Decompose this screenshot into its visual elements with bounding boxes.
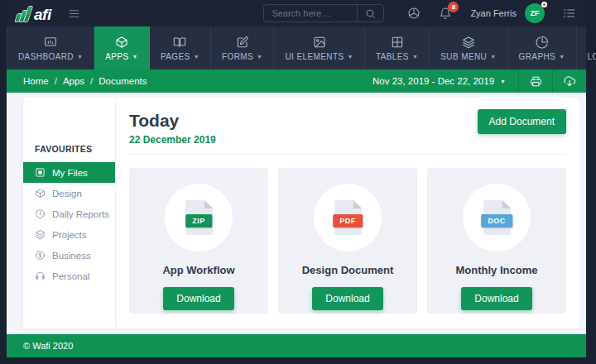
files-icon (35, 167, 46, 178)
clock-icon (35, 208, 46, 219)
document-title: Design Document (302, 264, 394, 276)
content-area: FAVOURITES My Files Design Daily Reports… (7, 93, 586, 334)
add-document-button[interactable]: Add Document (478, 109, 566, 134)
tab-sub-menu[interactable]: SUB MENU▼ (430, 26, 507, 69)
package-icon (35, 188, 46, 199)
sidebar-item-personal[interactable]: Personal (23, 266, 115, 286)
document-card-doc: DOC Monthly Income Download (427, 168, 566, 314)
sidebar-item-business[interactable]: Business (23, 245, 115, 266)
top-header-bar: afi 8 Zyan Ferris ZF (7, 0, 586, 26)
search-input[interactable] (264, 8, 357, 18)
image-icon (313, 36, 326, 49)
logo-bars-icon (17, 6, 30, 22)
chevron-down-icon: ▼ (194, 54, 199, 60)
document-title: App Workflow (162, 264, 234, 276)
file-icon-circle: DOC (463, 184, 531, 251)
layers-icon (462, 36, 475, 49)
chevron-down-icon: ▼ (490, 54, 496, 60)
sidebar-item-my-files[interactable]: My Files (23, 162, 115, 183)
documents-panel: FAVOURITES My Files Design Daily Reports… (23, 98, 579, 328)
tab-login[interactable]: LOGIN▼ (577, 26, 596, 69)
wafi-logo[interactable]: afi (17, 6, 51, 22)
layers-icon (35, 229, 46, 240)
sidebar-item-design[interactable]: Design (23, 183, 115, 204)
tab-graphs[interactable]: GRAPHS▼ (508, 26, 577, 69)
chevron-down-icon: ▼ (412, 54, 418, 60)
pdf-file-icon: PDF (334, 200, 362, 235)
sidebar-item-daily-reports[interactable]: Daily Reports (23, 204, 115, 224)
status-dot (541, 2, 547, 7)
table-icon (391, 36, 404, 49)
file-type-badge: DOC (481, 214, 512, 228)
download-button[interactable]: Download (312, 287, 382, 310)
file-type-badge: ZIP (185, 214, 212, 228)
headset-icon (35, 271, 46, 281)
chevron-down-icon: ▼ (132, 54, 138, 60)
document-cards: ZIP App Workflow Download PDF Design Doc… (129, 168, 566, 314)
download-button[interactable]: Download (163, 287, 233, 310)
menu-list-icon[interactable] (563, 7, 576, 20)
date-range-label: Nov 23, 2019 - Dec 22, 2019 (372, 76, 494, 86)
user-name: Zyan Ferris (470, 8, 517, 18)
tab-apps[interactable]: APPS▼ (94, 26, 150, 69)
notification-badge: 8 (448, 2, 459, 12)
doc-file-icon: DOC (483, 200, 511, 235)
breadcrumb-apps[interactable]: Apps (63, 76, 84, 86)
section-divider (129, 154, 566, 155)
breadcrumb: Home / Apps / Documents (23, 76, 147, 86)
favourites-heading: FAVOURITES (23, 144, 115, 162)
tab-ui-elements[interactable]: UI ELEMENTS▼ (274, 26, 364, 69)
cloud-download-icon (563, 74, 576, 88)
document-card-zip: ZIP App Workflow Download (129, 168, 268, 314)
date-range-picker[interactable]: Nov 23, 2019 - Dec 22, 2019 ▼ (360, 76, 518, 86)
dashboard-icon (44, 36, 57, 49)
dollar-circle-icon (35, 250, 46, 261)
main-nav-bar: DASHBOARD▼ APPS▼ PAGES▼ FORMS▼ UI ELEMEN… (7, 26, 586, 69)
file-type-badge: PDF (333, 214, 363, 228)
file-icon-circle: ZIP (165, 184, 233, 251)
printer-icon (530, 75, 542, 88)
chevron-down-icon: ▼ (559, 54, 565, 60)
forms-icon (236, 36, 249, 49)
hamburger-menu-icon[interactable] (68, 7, 80, 20)
avatar-initials: ZF (531, 9, 540, 17)
breadcrumb-separator: / (90, 76, 93, 86)
download-report-button[interactable] (553, 69, 586, 93)
breadcrumb-documents: Documents (99, 76, 147, 86)
notifications-bell-icon[interactable]: 8 (439, 7, 452, 20)
footer-bar: © Wafi 2020 (7, 334, 586, 357)
breadcrumb-separator: / (55, 76, 57, 86)
apps-icon (115, 36, 128, 49)
globe-icon[interactable] (407, 7, 421, 20)
search-icon[interactable] (357, 5, 383, 22)
breadcrumb-home[interactable]: Home (23, 76, 49, 86)
documents-main: Today 22 December 2019 Add Document ZIP … (116, 98, 579, 328)
chevron-down-icon: ▼ (348, 54, 353, 60)
chevron-down-icon: ▼ (500, 79, 506, 84)
user-menu[interactable]: Zyan Ferris ZF (470, 3, 545, 23)
pie-chart-icon (536, 36, 549, 49)
document-card-pdf: PDF Design Document Download (278, 168, 417, 314)
logo-text: afi (34, 7, 51, 22)
tab-forms[interactable]: FORMS▼ (211, 26, 274, 69)
sidebar-item-projects[interactable]: Projects (23, 224, 115, 245)
avatar: ZF (525, 3, 545, 23)
app-window: afi 8 Zyan Ferris ZF (7, 0, 586, 357)
pages-icon (173, 36, 186, 49)
zip-file-icon: ZIP (185, 200, 213, 235)
tab-pages[interactable]: PAGES▼ (150, 26, 211, 69)
chevron-down-icon: ▼ (257, 54, 262, 60)
document-title: Monthly Income (456, 264, 538, 276)
search-box (263, 4, 384, 22)
breadcrumb-bar: Home / Apps / Documents Nov 23, 2019 - D… (7, 69, 586, 93)
page-title: Today (129, 111, 216, 131)
favourites-sidebar: FAVOURITES My Files Design Daily Reports… (23, 98, 116, 328)
print-button[interactable] (519, 69, 552, 93)
tab-tables[interactable]: TABLES▼ (365, 26, 430, 69)
page-subtitle-date: 22 December 2019 (129, 134, 216, 146)
file-icon-circle: PDF (314, 184, 382, 251)
chevron-down-icon: ▼ (77, 54, 83, 60)
tab-dashboard[interactable]: DASHBOARD▼ (7, 26, 94, 69)
copyright-text: © Wafi 2020 (23, 341, 73, 351)
download-button[interactable]: Download (461, 287, 531, 310)
